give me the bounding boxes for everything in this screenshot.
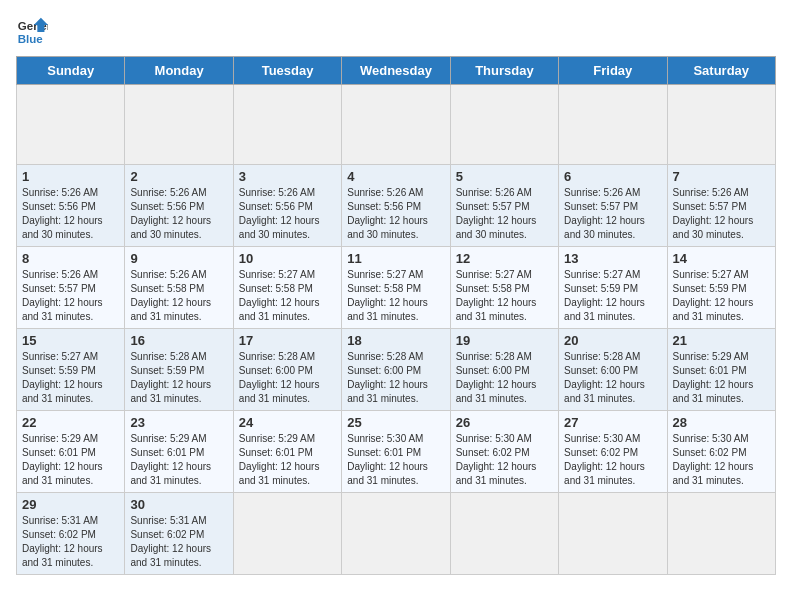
calendar-cell: 2Sunrise: 5:26 AMSunset: 5:56 PMDaylight…	[125, 165, 233, 247]
calendar-cell: 13Sunrise: 5:27 AMSunset: 5:59 PMDayligh…	[559, 247, 667, 329]
calendar-cell	[667, 493, 775, 575]
calendar-cell	[233, 493, 341, 575]
calendar-week-3: 15Sunrise: 5:27 AMSunset: 5:59 PMDayligh…	[17, 329, 776, 411]
dow-header-tuesday: Tuesday	[233, 57, 341, 85]
calendar-cell	[17, 85, 125, 165]
calendar-cell	[125, 85, 233, 165]
day-info: Sunrise: 5:26 AMSunset: 5:56 PMDaylight:…	[22, 186, 119, 242]
day-info: Sunrise: 5:26 AMSunset: 5:56 PMDaylight:…	[239, 186, 336, 242]
calendar-cell: 22Sunrise: 5:29 AMSunset: 6:01 PMDayligh…	[17, 411, 125, 493]
calendar-cell: 16Sunrise: 5:28 AMSunset: 5:59 PMDayligh…	[125, 329, 233, 411]
logo: General Blue	[16, 16, 48, 48]
calendar-cell	[342, 493, 450, 575]
calendar-cell: 26Sunrise: 5:30 AMSunset: 6:02 PMDayligh…	[450, 411, 558, 493]
day-info: Sunrise: 5:27 AMSunset: 5:58 PMDaylight:…	[347, 268, 444, 324]
day-number: 30	[130, 497, 227, 512]
day-info: Sunrise: 5:30 AMSunset: 6:02 PMDaylight:…	[564, 432, 661, 488]
days-of-week-row: SundayMondayTuesdayWednesdayThursdayFrid…	[17, 57, 776, 85]
calendar-cell: 9Sunrise: 5:26 AMSunset: 5:58 PMDaylight…	[125, 247, 233, 329]
calendar-cell: 19Sunrise: 5:28 AMSunset: 6:00 PMDayligh…	[450, 329, 558, 411]
day-number: 10	[239, 251, 336, 266]
day-number: 23	[130, 415, 227, 430]
day-info: Sunrise: 5:30 AMSunset: 6:01 PMDaylight:…	[347, 432, 444, 488]
day-info: Sunrise: 5:28 AMSunset: 6:00 PMDaylight:…	[347, 350, 444, 406]
calendar-cell: 8Sunrise: 5:26 AMSunset: 5:57 PMDaylight…	[17, 247, 125, 329]
calendar-cell: 4Sunrise: 5:26 AMSunset: 5:56 PMDaylight…	[342, 165, 450, 247]
day-number: 1	[22, 169, 119, 184]
logo-icon: General Blue	[16, 16, 48, 48]
calendar-cell: 25Sunrise: 5:30 AMSunset: 6:01 PMDayligh…	[342, 411, 450, 493]
day-number: 8	[22, 251, 119, 266]
day-info: Sunrise: 5:28 AMSunset: 6:00 PMDaylight:…	[239, 350, 336, 406]
dow-header-wednesday: Wednesday	[342, 57, 450, 85]
day-number: 3	[239, 169, 336, 184]
day-number: 17	[239, 333, 336, 348]
day-info: Sunrise: 5:27 AMSunset: 5:58 PMDaylight:…	[239, 268, 336, 324]
calendar-body: 1Sunrise: 5:26 AMSunset: 5:56 PMDaylight…	[17, 85, 776, 575]
day-number: 28	[673, 415, 770, 430]
calendar-cell: 3Sunrise: 5:26 AMSunset: 5:56 PMDaylight…	[233, 165, 341, 247]
calendar-cell: 12Sunrise: 5:27 AMSunset: 5:58 PMDayligh…	[450, 247, 558, 329]
day-info: Sunrise: 5:30 AMSunset: 6:02 PMDaylight:…	[673, 432, 770, 488]
day-number: 7	[673, 169, 770, 184]
day-number: 12	[456, 251, 553, 266]
day-number: 29	[22, 497, 119, 512]
calendar-cell: 29Sunrise: 5:31 AMSunset: 6:02 PMDayligh…	[17, 493, 125, 575]
day-number: 20	[564, 333, 661, 348]
day-info: Sunrise: 5:26 AMSunset: 5:56 PMDaylight:…	[347, 186, 444, 242]
day-number: 18	[347, 333, 444, 348]
calendar-cell	[342, 85, 450, 165]
day-info: Sunrise: 5:26 AMSunset: 5:58 PMDaylight:…	[130, 268, 227, 324]
day-info: Sunrise: 5:28 AMSunset: 6:00 PMDaylight:…	[564, 350, 661, 406]
calendar-cell: 21Sunrise: 5:29 AMSunset: 6:01 PMDayligh…	[667, 329, 775, 411]
calendar-cell: 17Sunrise: 5:28 AMSunset: 6:00 PMDayligh…	[233, 329, 341, 411]
calendar-cell: 18Sunrise: 5:28 AMSunset: 6:00 PMDayligh…	[342, 329, 450, 411]
calendar-cell	[450, 85, 558, 165]
calendar-cell: 1Sunrise: 5:26 AMSunset: 5:56 PMDaylight…	[17, 165, 125, 247]
calendar-cell: 7Sunrise: 5:26 AMSunset: 5:57 PMDaylight…	[667, 165, 775, 247]
day-info: Sunrise: 5:29 AMSunset: 6:01 PMDaylight:…	[22, 432, 119, 488]
day-number: 16	[130, 333, 227, 348]
dow-header-thursday: Thursday	[450, 57, 558, 85]
day-number: 26	[456, 415, 553, 430]
page-header: General Blue	[16, 16, 776, 48]
calendar-cell: 15Sunrise: 5:27 AMSunset: 5:59 PMDayligh…	[17, 329, 125, 411]
day-info: Sunrise: 5:27 AMSunset: 5:59 PMDaylight:…	[564, 268, 661, 324]
day-number: 14	[673, 251, 770, 266]
calendar-week-0	[17, 85, 776, 165]
day-info: Sunrise: 5:27 AMSunset: 5:59 PMDaylight:…	[22, 350, 119, 406]
day-number: 9	[130, 251, 227, 266]
calendar-cell	[233, 85, 341, 165]
day-info: Sunrise: 5:29 AMSunset: 6:01 PMDaylight:…	[673, 350, 770, 406]
calendar-week-4: 22Sunrise: 5:29 AMSunset: 6:01 PMDayligh…	[17, 411, 776, 493]
day-number: 24	[239, 415, 336, 430]
day-number: 4	[347, 169, 444, 184]
calendar-week-5: 29Sunrise: 5:31 AMSunset: 6:02 PMDayligh…	[17, 493, 776, 575]
calendar-cell: 28Sunrise: 5:30 AMSunset: 6:02 PMDayligh…	[667, 411, 775, 493]
day-info: Sunrise: 5:31 AMSunset: 6:02 PMDaylight:…	[22, 514, 119, 570]
calendar-cell: 5Sunrise: 5:26 AMSunset: 5:57 PMDaylight…	[450, 165, 558, 247]
day-number: 5	[456, 169, 553, 184]
day-number: 2	[130, 169, 227, 184]
calendar-week-2: 8Sunrise: 5:26 AMSunset: 5:57 PMDaylight…	[17, 247, 776, 329]
day-info: Sunrise: 5:27 AMSunset: 5:58 PMDaylight:…	[456, 268, 553, 324]
calendar-cell: 30Sunrise: 5:31 AMSunset: 6:02 PMDayligh…	[125, 493, 233, 575]
day-info: Sunrise: 5:30 AMSunset: 6:02 PMDaylight:…	[456, 432, 553, 488]
day-info: Sunrise: 5:29 AMSunset: 6:01 PMDaylight:…	[130, 432, 227, 488]
dow-header-monday: Monday	[125, 57, 233, 85]
day-number: 15	[22, 333, 119, 348]
calendar-cell: 20Sunrise: 5:28 AMSunset: 6:00 PMDayligh…	[559, 329, 667, 411]
dow-header-friday: Friday	[559, 57, 667, 85]
calendar-cell	[450, 493, 558, 575]
day-number: 27	[564, 415, 661, 430]
calendar-week-1: 1Sunrise: 5:26 AMSunset: 5:56 PMDaylight…	[17, 165, 776, 247]
day-info: Sunrise: 5:26 AMSunset: 5:57 PMDaylight:…	[564, 186, 661, 242]
day-number: 19	[456, 333, 553, 348]
calendar-cell: 27Sunrise: 5:30 AMSunset: 6:02 PMDayligh…	[559, 411, 667, 493]
svg-text:Blue: Blue	[18, 33, 44, 45]
day-number: 25	[347, 415, 444, 430]
calendar-cell	[559, 493, 667, 575]
day-info: Sunrise: 5:31 AMSunset: 6:02 PMDaylight:…	[130, 514, 227, 570]
calendar-cell	[667, 85, 775, 165]
day-info: Sunrise: 5:26 AMSunset: 5:57 PMDaylight:…	[673, 186, 770, 242]
